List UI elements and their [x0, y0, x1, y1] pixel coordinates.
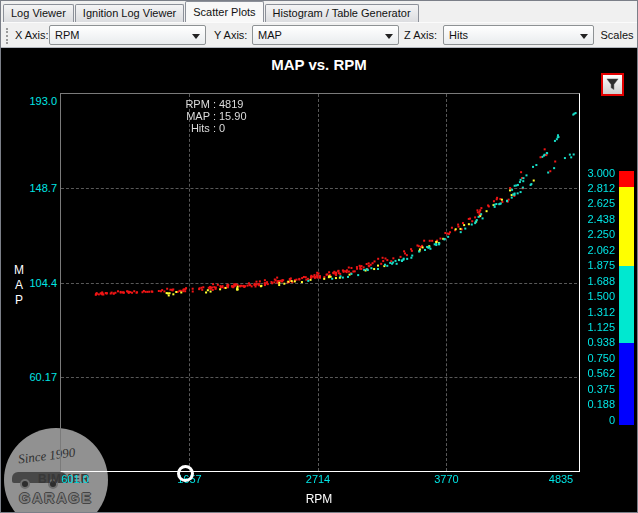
- chevron-down-icon: [192, 34, 200, 39]
- x-tick-label: 2714: [306, 473, 330, 485]
- colorbar-tick-label: 1.125: [557, 321, 615, 333]
- tab-log-viewer[interactable]: Log Viewer: [3, 4, 74, 22]
- chart-region: Since 1990 BIMMER GARAGE MAP vs. RPM 193…: [1, 48, 638, 513]
- y-tick-label: 60.17: [1, 371, 57, 383]
- colorbar-tick-label: 1.312: [557, 306, 615, 318]
- colorbar-tick-label: 0.188: [557, 398, 615, 410]
- tab-ignition-log-viewer[interactable]: Ignition Log Viewer: [75, 4, 184, 22]
- readout-rpm: RPM : 4819: [151, 98, 247, 110]
- cursor-readout: RPM : 4819MAP : 15.90Hits : 0: [151, 98, 247, 134]
- colorbar-segment: [619, 343, 634, 425]
- y-axis-selected-value: MAP: [258, 29, 282, 41]
- toolbar-grip-handle[interactable]: [6, 28, 9, 44]
- colorbar: [619, 171, 634, 425]
- tab-bar: Log ViewerIgnition Log ViewerScatter Plo…: [1, 1, 637, 22]
- plot-area[interactable]: [60, 93, 580, 472]
- filter-button[interactable]: [601, 73, 624, 96]
- colorbar-tick-label: 2.250: [557, 228, 615, 240]
- colorbar-tick-label: 1.688: [557, 275, 615, 287]
- chevron-down-icon: [580, 34, 588, 39]
- colorbar-segment: [619, 171, 634, 187]
- colorbar-tick-label: 0.375: [557, 383, 615, 395]
- colorbar-tick-label: 1.875: [557, 259, 615, 271]
- y-tick-label: 193.0: [1, 95, 57, 107]
- colorbar-tick-label: 0: [557, 414, 615, 426]
- readout-hits: Hits : 0: [151, 122, 247, 134]
- y-tick-label: 104.4: [1, 277, 57, 289]
- app-window: Log ViewerIgnition Log ViewerScatter Plo…: [0, 0, 638, 513]
- colorbar-segment: [619, 266, 634, 343]
- x-tick-label: 601.0: [61, 473, 89, 485]
- z-axis-label: Z Axis:: [404, 23, 437, 47]
- filter-funnel-icon: [606, 78, 619, 91]
- colorbar-tick-label: 3.000: [557, 167, 615, 179]
- colorbar-tick-label: 2.062: [557, 244, 615, 256]
- tab-scatter-plots[interactable]: Scatter Plots: [185, 1, 263, 22]
- colorbar-tick-label: 0.562: [557, 367, 615, 379]
- axis-toolbar: X Axis: RPM Y Axis: MAP Z Axis: Hits Sca…: [1, 22, 637, 48]
- colorbar-tick-label: 0.750: [557, 352, 615, 364]
- x-axis-selected-value: RPM: [55, 29, 79, 41]
- readout-map: MAP : 15.90: [151, 110, 247, 122]
- z-axis-select[interactable]: Hits: [443, 25, 594, 45]
- colorbar-segment: [619, 187, 634, 266]
- colorbar-tick-label: 2.625: [557, 197, 615, 209]
- chevron-down-icon: [385, 34, 393, 39]
- cursor-marker[interactable]: [177, 465, 194, 482]
- x-tick-label: 4835: [549, 473, 573, 485]
- y-axis-label: Y Axis:: [214, 23, 247, 47]
- x-axis-title: RPM: [61, 492, 577, 506]
- colorbar-tick-label: 1.500: [557, 290, 615, 302]
- y-tick-label: 148.7: [1, 182, 57, 194]
- y-axis-select[interactable]: MAP: [252, 25, 399, 45]
- z-axis-selected-value: Hits: [449, 29, 468, 41]
- colorbar-tick-label: 2.438: [557, 213, 615, 225]
- tab-histogram-table-generator[interactable]: Histogram / Table Generator: [265, 4, 419, 22]
- x-axis-select[interactable]: RPM: [49, 25, 206, 45]
- colorbar-tick-label: 2.812: [557, 182, 615, 194]
- x-tick-label: 3770: [434, 473, 458, 485]
- x-axis-label: X Axis:: [15, 23, 49, 47]
- colorbar-tick-label: 0.938: [557, 336, 615, 348]
- chart-title: MAP vs. RPM: [61, 56, 577, 73]
- y-axis-title: MAP: [11, 263, 27, 308]
- scales-button[interactable]: Scales: [598, 23, 636, 47]
